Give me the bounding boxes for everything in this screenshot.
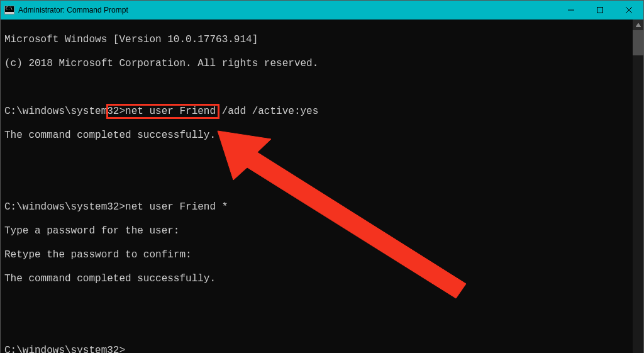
title-left: Administrator: Command Prompt — [1, 6, 128, 14]
close-icon — [626, 7, 632, 13]
blank-line — [4, 177, 629, 189]
blank-line — [4, 297, 629, 309]
password-prompt-1: Type a password for the user: — [4, 225, 629, 237]
password-prompt-2: Retype the password to confirm: — [4, 249, 629, 261]
scroll-thumb[interactable] — [633, 30, 643, 55]
result-line: The command completed successfully. — [4, 130, 629, 142]
command-line-1: C:\windows\system32>net user Friend /add… — [4, 106, 629, 118]
svg-marker-5 — [636, 23, 641, 27]
terminal-output[interactable]: Microsoft Windows [Version 10.0.17763.91… — [1, 20, 633, 353]
copyright-line: (c) 2018 Microsoft Corporation. All righ… — [4, 58, 629, 70]
prompt-path: C:\windows\system32> — [4, 201, 125, 213]
result-line: The command completed successfully. — [4, 273, 629, 285]
svg-rect-1 — [597, 8, 603, 13]
minimize-button[interactable] — [557, 1, 586, 20]
window-title: Administrator: Command Prompt — [18, 6, 128, 14]
maximize-icon — [597, 7, 603, 13]
maximize-button[interactable] — [586, 1, 614, 20]
window-body: Microsoft Windows [Version 10.0.17763.91… — [1, 20, 643, 353]
prompt-path: C:\windows\system32> — [4, 106, 125, 117]
blank-line — [4, 321, 629, 333]
current-prompt: C:\windows\system32> — [4, 345, 629, 353]
minimize-icon — [568, 7, 574, 13]
chevron-up-icon — [636, 23, 641, 27]
prompt-path: C:\windows\system32> — [4, 345, 125, 353]
cmd-icon — [4, 6, 14, 14]
command-line-2: C:\windows\system32>net user Friend * — [4, 201, 629, 213]
close-button[interactable] — [614, 1, 643, 20]
vertical-scrollbar[interactable] — [633, 20, 643, 353]
window-controls — [557, 1, 643, 20]
scroll-up-button[interactable] — [633, 20, 643, 30]
titlebar[interactable]: Administrator: Command Prompt — [1, 1, 643, 20]
highlighted-command: net user Friend * — [125, 201, 228, 213]
version-line: Microsoft Windows [Version 10.0.17763.91… — [4, 34, 629, 46]
command-prompt-window: Administrator: Command Prompt Microsoft … — [0, 0, 644, 353]
blank-line — [4, 82, 629, 94]
blank-line — [4, 154, 629, 165]
command-text: net user Friend /add /active:yes — [125, 106, 318, 117]
